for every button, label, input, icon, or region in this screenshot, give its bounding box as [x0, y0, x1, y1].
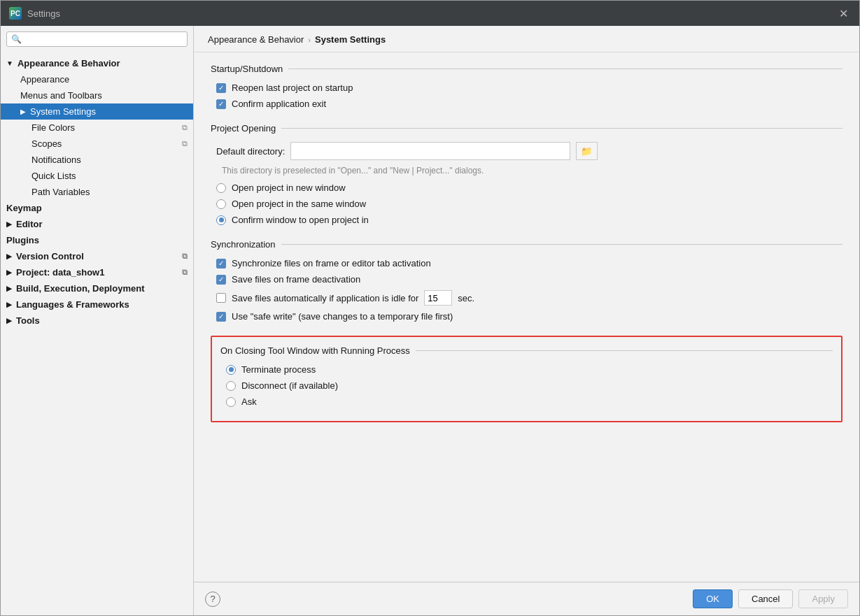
sidebar-item-version-control[interactable]: ▶ Version Control ⧉	[1, 248, 193, 264]
copy-icon: ⧉	[182, 123, 188, 132]
checkmark-icon: ✓	[218, 260, 224, 267]
chevron-right-icon: ▶	[6, 268, 12, 276]
directory-hint: This directory is preselected in "Open..…	[216, 166, 843, 176]
sidebar-item-system-settings[interactable]: ▶ System Settings	[1, 103, 193, 120]
ask-radio[interactable]	[226, 397, 236, 407]
sync-files-row: ✓ Synchronize files on frame or editor t…	[211, 258, 843, 268]
reopen-project-row: ✓ Reopen last project on startup	[211, 83, 843, 93]
settings-body: Startup/Shutdown ✓ Reopen last project o…	[194, 52, 859, 582]
startup-shutdown-section: Startup/Shutdown ✓ Reopen last project o…	[211, 64, 843, 109]
sidebar-item-notifications[interactable]: Notifications	[1, 152, 193, 168]
sidebar-item-path-variables[interactable]: Path Variables	[1, 184, 193, 200]
sidebar-item-label: Notifications	[31, 155, 81, 165]
safe-write-checkbox[interactable]: ✓	[216, 312, 226, 322]
terminate-row: Terminate process	[220, 364, 833, 375]
safe-write-label: Use "safe write" (save changes to a temp…	[232, 311, 453, 322]
sidebar: 🔍 ▼ Appearance & Behavior Appearance Men…	[1, 26, 194, 615]
disconnect-label: Disconnect (if available)	[241, 380, 338, 391]
help-button[interactable]: ?	[205, 592, 220, 607]
sidebar-item-label: Scopes	[31, 138, 62, 149]
settings-window: PC Settings ✕ 🔍 ▼ Appearance & Behavior …	[0, 0, 860, 616]
confirm-window-radio[interactable]	[216, 215, 226, 225]
save-auto-checkbox[interactable]	[216, 293, 226, 303]
section-header-sync: Synchronization	[211, 239, 843, 250]
main-panel: Appearance & Behavior › System Settings …	[194, 26, 859, 615]
sidebar-item-scopes[interactable]: Scopes ⧉	[1, 136, 193, 152]
sidebar-item-plugins[interactable]: Plugins	[1, 232, 193, 248]
new-window-row: Open project in new window	[211, 182, 843, 193]
section-header-project: Project Opening	[211, 123, 843, 134]
copy-icon: ⧉	[182, 268, 188, 277]
sidebar-item-label: Plugins	[6, 235, 39, 245]
sidebar-item-build-execution[interactable]: ▶ Build, Execution, Deployment	[1, 280, 193, 296]
same-window-radio[interactable]	[216, 199, 226, 209]
checkmark-icon: ✓	[218, 276, 224, 283]
sidebar-item-project[interactable]: ▶ Project: data_show1 ⧉	[1, 264, 193, 280]
closing-tool-section: On Closing Tool Window with Running Proc…	[211, 336, 843, 422]
save-deactivation-checkbox[interactable]: ✓	[216, 275, 226, 285]
sidebar-item-label: Build, Execution, Deployment	[16, 283, 144, 294]
closing-tool-highlight: On Closing Tool Window with Running Proc…	[211, 336, 843, 422]
sidebar-item-label: Path Variables	[31, 187, 90, 197]
titlebar-left: PC Settings	[9, 7, 60, 20]
search-input[interactable]	[24, 34, 183, 44]
ask-row: Ask	[220, 396, 833, 407]
sidebar-item-keymap[interactable]: Keymap	[1, 200, 193, 216]
default-directory-row: Default directory: 📁	[211, 142, 843, 160]
new-window-label: Open project in new window	[232, 182, 346, 193]
chevron-right-icon: ▶	[6, 301, 12, 308]
default-dir-input[interactable]	[290, 142, 570, 160]
search-icon: 🔍	[11, 34, 22, 44]
save-deactivation-row: ✓ Save files on frame deactivation	[211, 274, 843, 285]
sidebar-item-label: Keymap	[6, 203, 42, 213]
reopen-project-checkbox[interactable]: ✓	[216, 83, 226, 93]
sync-files-checkbox[interactable]: ✓	[216, 259, 226, 268]
ask-label: Ask	[241, 396, 257, 407]
confirm-window-label: Confirm window to open project in	[232, 215, 369, 225]
sidebar-item-editor[interactable]: ▶ Editor	[1, 216, 193, 232]
chevron-down-icon: ▼	[6, 59, 13, 67]
sidebar-item-label: Project: data_show1	[16, 267, 104, 278]
chevron-right-icon: ▶	[6, 220, 12, 228]
save-auto-label: Save files automatically if application …	[232, 293, 418, 303]
sidebar-item-label: Languages & Frameworks	[16, 299, 129, 310]
sidebar-item-appearance-behavior[interactable]: ▼ Appearance & Behavior	[1, 55, 193, 71]
cancel-button[interactable]: Cancel	[738, 589, 793, 608]
footer-right: OK Cancel Apply	[693, 589, 848, 608]
close-button[interactable]: ✕	[836, 4, 851, 23]
sidebar-item-file-colors[interactable]: File Colors ⧉	[1, 120, 193, 136]
copy-icon: ⧉	[182, 252, 188, 261]
sidebar-item-languages-frameworks[interactable]: ▶ Languages & Frameworks	[1, 296, 193, 313]
save-auto-row: Save files automatically if application …	[211, 290, 843, 306]
chevron-right-icon: ▶	[6, 252, 12, 260]
chevron-right-icon: ▶	[6, 317, 12, 324]
reopen-project-label: Reopen last project on startup	[232, 83, 353, 93]
sidebar-item-quick-lists[interactable]: Quick Lists	[1, 168, 193, 184]
section-header-startup: Startup/Shutdown	[211, 64, 843, 74]
search-box[interactable]: 🔍	[6, 31, 188, 47]
sidebar-item-label: Quick Lists	[31, 171, 76, 181]
save-seconds-input[interactable]	[424, 290, 452, 306]
confirm-exit-row: ✓ Confirm application exit	[211, 99, 843, 109]
sidebar-item-appearance[interactable]: Appearance	[1, 71, 193, 87]
confirm-window-row: Confirm window to open project in	[211, 215, 843, 225]
breadcrumb-parent: Appearance & Behavior	[208, 34, 304, 45]
sidebar-item-label: Editor	[16, 219, 43, 229]
sidebar-item-tools[interactable]: ▶ Tools	[1, 313, 193, 329]
sidebar-item-label: File Colors	[31, 122, 75, 133]
section-header-closing: On Closing Tool Window with Running Proc…	[220, 345, 833, 356]
terminate-radio[interactable]	[226, 365, 236, 375]
confirm-exit-checkbox[interactable]: ✓	[216, 99, 226, 109]
sidebar-item-menus-toolbars[interactable]: Menus and Toolbars	[1, 87, 193, 103]
sidebar-item-label: Appearance	[20, 74, 69, 85]
footer: ? OK Cancel Apply	[194, 582, 859, 615]
ok-button[interactable]: OK	[693, 589, 733, 608]
same-window-row: Open project in the same window	[211, 199, 843, 209]
copy-icon: ⧉	[182, 139, 188, 148]
new-window-radio[interactable]	[216, 183, 226, 193]
confirm-exit-label: Confirm application exit	[232, 99, 326, 109]
browse-button[interactable]: 📁	[576, 142, 598, 160]
same-window-label: Open project in the same window	[232, 199, 366, 209]
disconnect-radio[interactable]	[226, 381, 236, 391]
apply-button[interactable]: Apply	[798, 589, 848, 608]
